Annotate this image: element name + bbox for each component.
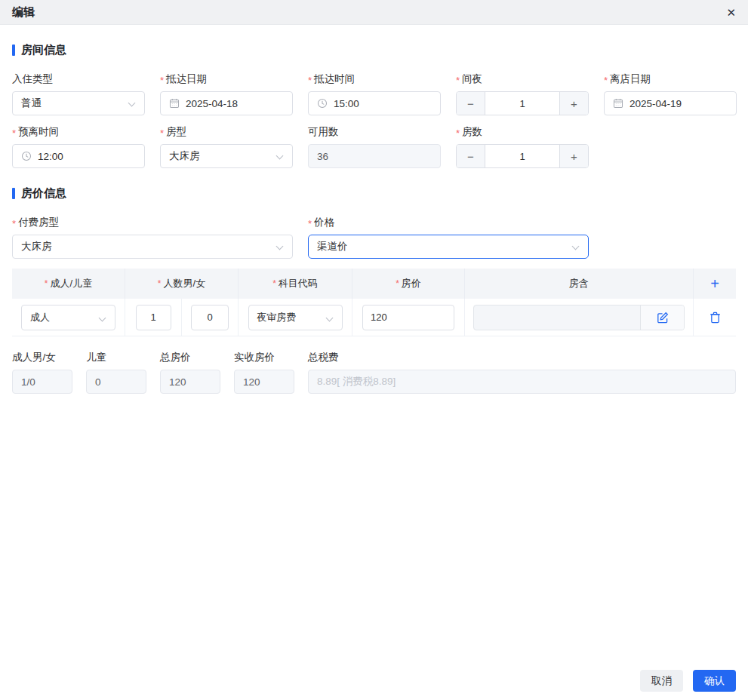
field-expected-departure: 预离时间 12:00	[12, 127, 145, 168]
section-room-info-title: 房间信息	[21, 43, 66, 57]
delete-row-button[interactable]	[709, 311, 722, 324]
summary-total-price: 总房价 120	[160, 352, 220, 394]
available-count-input: 36	[308, 144, 441, 168]
departure-date-label: 离店日期	[604, 74, 737, 84]
arrival-time-input[interactable]: 15:00	[308, 91, 441, 115]
nights-increase-button[interactable]: +	[559, 92, 588, 115]
summary-total-price-value: 120	[160, 370, 220, 394]
price-table-row: 成人 1 0 夜审房费	[12, 299, 736, 336]
confirm-button[interactable]: 确认	[693, 670, 736, 692]
summary-total-price-label: 总房价	[160, 352, 220, 363]
room-type-select[interactable]: 大床房	[160, 144, 293, 168]
dialog-title: 编辑	[12, 5, 35, 20]
price-table: 成人/儿童 人数男/女 科目代码 房价 房含 + 成人 1 0	[12, 269, 736, 336]
paid-room-type-select[interactable]: 大床房	[12, 235, 293, 259]
count-male-input[interactable]: 1	[136, 305, 171, 330]
count-female-input[interactable]: 0	[191, 305, 229, 330]
departure-date-input[interactable]: 2025-04-19	[604, 91, 737, 115]
field-room-type: 房型 大床房	[160, 127, 293, 168]
price-plan-label: 价格	[308, 217, 589, 228]
summary-children: 儿童 0	[86, 352, 146, 394]
chevron-down-icon	[128, 100, 136, 107]
arrival-date-value: 2025-04-18	[186, 98, 238, 109]
section-accent-bar	[12, 188, 15, 199]
calendar-icon	[613, 98, 623, 109]
field-available-count: 可用数 36	[308, 127, 441, 168]
room-count-decrease-button[interactable]: −	[457, 145, 485, 167]
room-count-stepper: − 1 +	[456, 144, 589, 168]
nights-stepper: − 1 +	[456, 91, 589, 115]
summary-adult-mf-label: 成人男/女	[12, 352, 72, 363]
chevron-down-icon	[99, 314, 106, 321]
chevron-down-icon	[325, 314, 333, 321]
expected-departure-input[interactable]: 12:00	[12, 144, 145, 168]
section-price-info-title: 房价信息	[21, 186, 66, 201]
room-count-increase-button[interactable]: +	[559, 145, 588, 167]
price-plan-select[interactable]: 渠道价	[308, 235, 589, 259]
subject-code-value: 夜审房费	[257, 311, 297, 324]
trash-icon	[709, 311, 722, 324]
edit-icon	[657, 312, 669, 324]
nights-decrease-button[interactable]: −	[457, 92, 485, 115]
add-row-button[interactable]: +	[710, 276, 719, 291]
room-count-label: 房数	[456, 127, 589, 137]
chevron-down-icon	[572, 243, 580, 250]
clock-icon	[317, 98, 328, 109]
paid-room-type-label: 付费房型	[12, 217, 293, 228]
field-arrival-time: 抵达时间 15:00	[308, 74, 441, 115]
arrival-time-value: 15:00	[334, 98, 359, 109]
summary-children-value: 0	[86, 370, 146, 394]
field-departure-date: 离店日期 2025-04-19	[604, 74, 737, 115]
summary-total-tax-label: 总税费	[308, 352, 736, 363]
edit-room-includes-button[interactable]	[640, 305, 684, 330]
field-paid-room-type: 付费房型 大床房	[12, 217, 293, 259]
checkin-type-select[interactable]: 普通	[12, 91, 145, 115]
room-includes-value	[474, 305, 640, 330]
col-room-includes: 房含	[465, 269, 694, 299]
cancel-button[interactable]: 取消	[640, 670, 683, 692]
room-type-value: 大床房	[169, 149, 200, 163]
room-price-input[interactable]: 120	[362, 305, 454, 330]
summary-adult-mf: 成人男/女 1/0	[12, 352, 72, 394]
adult-child-value: 成人	[30, 311, 50, 324]
field-nights: 间夜 − 1 +	[456, 74, 589, 115]
section-accent-bar	[12, 45, 15, 56]
checkin-type-label: 入住类型	[12, 74, 145, 84]
section-room-info: 房间信息	[12, 43, 736, 57]
summary-children-label: 儿童	[86, 352, 146, 363]
price-table-header: 成人/儿童 人数男/女 科目代码 房价 房含 +	[12, 269, 736, 299]
col-adult-child: 成人/儿童	[12, 269, 125, 299]
col-count-mf: 人数男/女	[125, 269, 239, 299]
paid-room-type-value: 大床房	[21, 240, 52, 253]
room-count-value[interactable]: 1	[485, 145, 559, 167]
count-female-value: 0	[207, 312, 212, 323]
nights-value[interactable]: 1	[485, 92, 559, 115]
arrival-date-label: 抵达日期	[160, 74, 293, 84]
available-count-value: 36	[317, 151, 328, 162]
dialog-header: 编辑 ✕	[0, 0, 748, 25]
room-includes-field	[473, 305, 685, 330]
room-type-label: 房型	[160, 127, 293, 137]
summary-actual-price: 实收房价 120	[234, 352, 294, 394]
count-male-value: 1	[150, 312, 155, 323]
field-room-count: 房数 − 1 +	[456, 127, 589, 168]
close-icon[interactable]: ✕	[726, 7, 736, 18]
chevron-down-icon	[276, 243, 284, 250]
summary-total-tax: 总税费 8.89[ 消费税8.89]	[308, 352, 736, 394]
expected-departure-label: 预离时间	[12, 127, 145, 137]
summary-adult-mf-value: 1/0	[12, 370, 72, 394]
dialog-footer: 取消 确认	[640, 670, 736, 692]
dialog-body: 房间信息 入住类型 普通 抵达日期	[0, 43, 748, 394]
summary-actual-price-value: 120	[234, 370, 294, 394]
departure-date-value: 2025-04-19	[629, 98, 682, 109]
arrival-date-input[interactable]: 2025-04-18	[160, 91, 293, 115]
field-arrival-date: 抵达日期 2025-04-18	[160, 74, 293, 115]
field-price-plan: 价格 渠道价	[308, 217, 589, 259]
calendar-icon	[169, 98, 180, 109]
adult-child-select[interactable]: 成人	[21, 305, 115, 330]
section-price-info: 房价信息	[12, 186, 736, 201]
arrival-time-label: 抵达时间	[308, 74, 441, 84]
room-info-form: 入住类型 普通 抵达日期 2025-04-18	[12, 74, 736, 168]
subject-code-select[interactable]: 夜审房费	[248, 305, 343, 330]
field-checkin-type: 入住类型 普通	[12, 74, 145, 115]
